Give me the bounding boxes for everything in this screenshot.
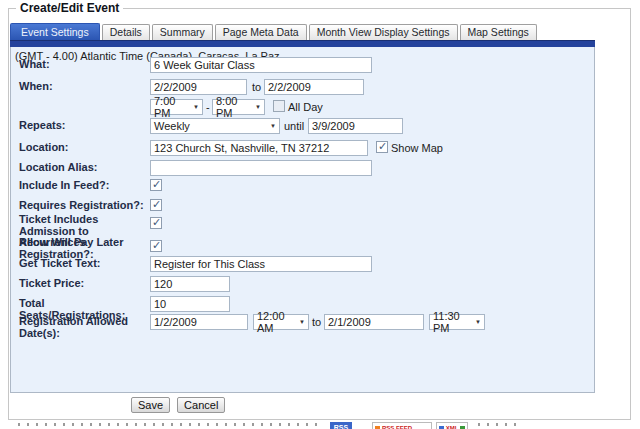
location-alias-input[interactable]	[150, 160, 372, 176]
create-edit-event-screen: Create/Edit Event Event Settings Details…	[0, 0, 640, 429]
event-settings-panel: (GMT - 4.00) Atlantic Time (Canada), Car…	[10, 47, 595, 393]
tab-month-view-display-settings[interactable]: Month View Display Settings	[309, 24, 458, 40]
location-alias-label: Location Alias:	[19, 162, 149, 174]
page-title: Create/Edit Event	[16, 1, 123, 15]
tab-map-settings[interactable]: Map Settings	[460, 24, 537, 40]
ticket-price-input[interactable]	[150, 276, 230, 292]
feed-icon	[460, 426, 465, 429]
all-day-label: All Day	[288, 101, 323, 113]
clipped-footer-text	[478, 423, 518, 426]
start-time-value: 7:00 PM	[154, 95, 189, 119]
include-in-feed-checkbox[interactable]	[150, 179, 162, 191]
form-actions: Save Cancel	[131, 397, 225, 413]
tab-summary[interactable]: Summary	[152, 24, 213, 40]
feed-icon	[375, 426, 380, 429]
what-input[interactable]	[150, 57, 372, 73]
end-time-value: 8:00 PM	[216, 95, 251, 119]
ticket-price-label: Ticket Price:	[19, 278, 149, 290]
tab-details[interactable]: Details	[102, 24, 150, 40]
when-to-text: to	[252, 81, 261, 93]
what-label: What:	[19, 59, 149, 71]
include-in-feed-label: Include In Feed?:	[19, 180, 149, 192]
requires-registration-label: Requires Registration?:	[19, 200, 149, 212]
chevron-down-icon: ▼	[270, 123, 276, 129]
time-dash-text: -	[206, 101, 210, 113]
repeats-value: Weekly	[154, 120, 190, 132]
tab-event-settings[interactable]: Event Settings	[10, 23, 100, 40]
clipped-footer-text	[18, 423, 320, 426]
registration-from-date-input[interactable]	[150, 314, 248, 330]
when-to-date-input[interactable]	[264, 79, 364, 95]
show-map-checkbox[interactable]	[376, 141, 388, 153]
feed-icon	[439, 426, 444, 429]
chevron-down-icon: ▼	[255, 104, 261, 110]
tab-page-meta-data[interactable]: Page Meta Data	[215, 24, 307, 40]
xml-badge-icon[interactable]: XML	[436, 422, 468, 429]
rss-badge-icon[interactable]: RSS	[330, 422, 352, 429]
registration-to-text: to	[312, 316, 321, 328]
tab-strip-bar	[10, 40, 595, 47]
registration-to-time-value: 11:30 PM	[433, 310, 471, 334]
registration-from-time-value: 12:00 AM	[257, 310, 295, 334]
chevron-down-icon: ▼	[475, 319, 481, 325]
rss-feed-badge-icon[interactable]: RSS FEED	[372, 422, 432, 429]
all-day-checkbox[interactable]	[273, 100, 285, 112]
chevron-down-icon: ▼	[193, 104, 199, 110]
registration-to-date-input[interactable]	[324, 314, 424, 330]
start-time-select[interactable]: 7:00 PM ▼	[150, 99, 203, 115]
location-input[interactable]	[150, 140, 368, 156]
allow-pay-later-checkbox[interactable]	[150, 240, 162, 252]
end-time-select[interactable]: 8:00 PM ▼	[212, 99, 265, 115]
ticket-includes-admission-checkbox[interactable]	[150, 217, 162, 229]
show-map-label: Show Map	[391, 142, 443, 154]
chevron-down-icon: ▼	[299, 319, 305, 325]
repeats-until-date-input[interactable]	[308, 118, 403, 134]
cancel-button[interactable]: Cancel	[177, 397, 225, 413]
tab-bar: Event Settings Details Summary Page Meta…	[10, 23, 539, 40]
repeats-label: Repeats:	[19, 120, 149, 132]
when-from-date-input[interactable]	[150, 79, 247, 95]
get-ticket-text-input[interactable]	[150, 256, 372, 272]
save-button[interactable]: Save	[131, 397, 170, 413]
until-text: until	[284, 120, 304, 132]
registration-from-time-select[interactable]: 12:00 AM ▼	[253, 314, 309, 330]
clipped-page-footer: RSS RSS FEED XML	[0, 422, 640, 429]
registration-to-time-select[interactable]: 11:30 PM ▼	[429, 314, 485, 330]
event-form-frame: Create/Edit Event Event Settings Details…	[8, 8, 631, 420]
repeats-select[interactable]: Weekly ▼	[150, 118, 280, 134]
location-label: Location:	[19, 142, 149, 154]
requires-registration-checkbox[interactable]	[150, 199, 162, 211]
when-label: When:	[19, 81, 149, 93]
registration-dates-label: Registration Allowed Date(s):	[19, 316, 149, 339]
get-ticket-text-label: Get Ticket Text:	[19, 258, 149, 270]
total-seats-input[interactable]	[150, 296, 230, 312]
